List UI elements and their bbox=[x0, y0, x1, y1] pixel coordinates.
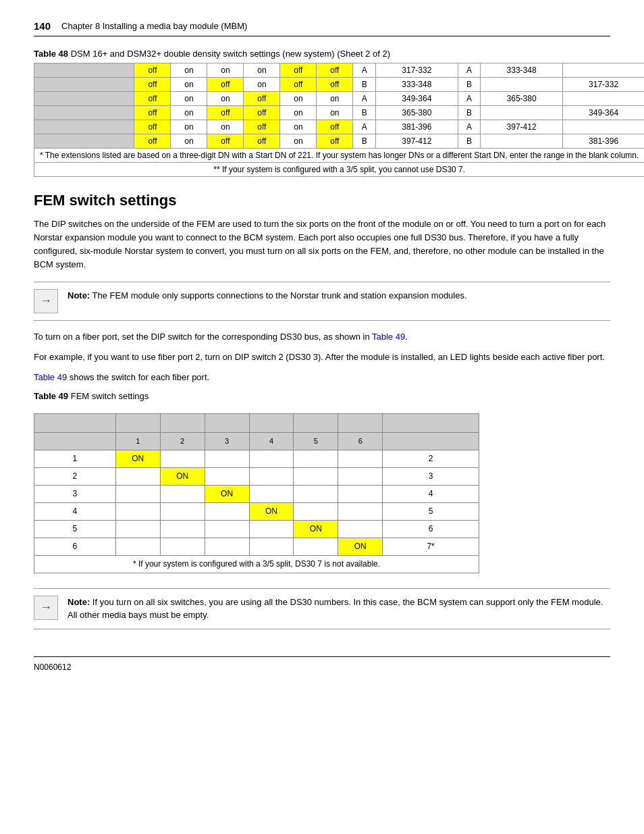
footer-text: N0060612 bbox=[34, 662, 71, 672]
fem-para3: For example, if you want to use fiber po… bbox=[34, 350, 610, 364]
page-footer: N0060612 bbox=[34, 656, 610, 672]
table-row: off on off off on off B 397-412 B 381-39… bbox=[34, 134, 645, 149]
table48-caption: Table 48 DSM 16+ and DSM32+ double densi… bbox=[34, 49, 610, 59]
table-row: off on off on off off B 333-348 B 317-33… bbox=[34, 78, 645, 92]
table-row: 2 ON 3 bbox=[34, 467, 479, 485]
table-row: off on off off on on B 365-380 B 349-364 bbox=[34, 106, 645, 120]
table-row: 3 ON 4 bbox=[34, 485, 479, 502]
table49-link-2[interactable]: Table 49 bbox=[34, 372, 67, 382]
section-heading-fem: FEM switch settings bbox=[34, 192, 610, 209]
fem-para1: The DIP switches on the underside of the… bbox=[34, 217, 610, 272]
note-box-1: → Note: The FEM module only supports con… bbox=[34, 282, 610, 321]
table-row bbox=[34, 413, 479, 432]
table-row: 5 ON 6 bbox=[34, 520, 479, 538]
page-header: 140 Chapter 8 Installing a media bay mod… bbox=[34, 20, 610, 36]
table-row: 1 ON 2 bbox=[34, 450, 479, 467]
table-note-row: ** If your system is configured with a 3… bbox=[34, 163, 645, 177]
fem-para2: To turn on a fiber port, set the DIP swi… bbox=[34, 330, 610, 344]
chapter-title: Chapter 8 Installing a media bay module … bbox=[61, 21, 247, 31]
table-note-row: * If your system is configured with a 3/… bbox=[34, 555, 479, 573]
table49-caption: Table 49 FEM switch settings bbox=[34, 391, 610, 401]
table48: off on on on off off A 317-332 A 333-348… bbox=[34, 63, 644, 177]
page-number: 140 bbox=[34, 20, 51, 32]
note-text-1: Note: The FEM module only supports conne… bbox=[68, 289, 467, 303]
note-box-2: → Note: If you turn on all six switches,… bbox=[34, 588, 610, 629]
note-content-1: The FEM module only supports connections… bbox=[92, 290, 467, 301]
note-content-2: If you turn on all six switches, you are… bbox=[68, 597, 603, 621]
note-label-2: Note: bbox=[68, 597, 90, 607]
table-row: off on on off on on A 349-364 A 365-380 bbox=[34, 92, 645, 106]
note-arrow-icon-2: → bbox=[34, 596, 58, 620]
note-arrow-icon: → bbox=[34, 289, 58, 313]
table-row: off on on off on off A 381-396 A 397-412 bbox=[34, 120, 645, 134]
fem-para4: Table 49 shows the switch for each fiber… bbox=[34, 371, 610, 384]
table-row: 6 ON 7* bbox=[34, 538, 479, 555]
table49-link-1[interactable]: Table 49 bbox=[372, 332, 405, 342]
table-row: off on on on off off A 317-332 A 333-348 bbox=[34, 63, 645, 78]
table-row: 4 ON 5 bbox=[34, 502, 479, 520]
table-note-row: * The extensions listed are based on a t… bbox=[34, 149, 645, 163]
note-label-1: Note: bbox=[68, 290, 90, 301]
table-row: 1 2 3 4 5 6 bbox=[34, 432, 479, 450]
table49: 1 2 3 4 5 6 1 ON 2 2 ON 3 bbox=[34, 413, 479, 573]
note-text-2: Note: If you turn on all six switches, y… bbox=[68, 596, 610, 622]
